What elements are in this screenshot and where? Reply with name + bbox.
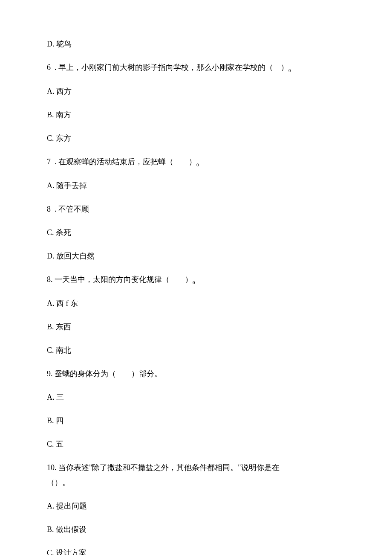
- line-text: （）。: [47, 478, 70, 487]
- subscript-text: 0: [288, 68, 291, 73]
- line-text: A. 西 f 东: [47, 299, 78, 308]
- text-line: A. 三: [47, 392, 345, 403]
- text-line: （）。: [47, 477, 345, 488]
- text-line: 8. 一天当中，太阳的方向变化规律（ ）0: [47, 274, 345, 286]
- line-text: 6 . 早上，小刚家门前大树的影子指向学校，那么小刚家在学校的（ ）: [47, 63, 288, 72]
- text-line: C. 杀死: [47, 227, 345, 238]
- line-text: 10. 当你表述"除了撒盐和不撒盐之外，其他条件都相同。"说明你是在: [47, 463, 280, 472]
- text-line: 6 . 早上，小刚家门前大树的影子指向学校，那么小刚家在学校的（ ）0: [47, 62, 345, 74]
- text-line: D. 放回大自然: [47, 250, 345, 262]
- text-line: B. 四: [47, 415, 345, 427]
- subscript-text: 0: [193, 280, 195, 285]
- text-line: B. 东西: [47, 321, 345, 333]
- line-text: D. 鸵鸟: [47, 40, 72, 48]
- line-text: A. 随手丢掉: [47, 181, 87, 190]
- line-text: A. 提出问题: [47, 502, 87, 510]
- text-line: 7 . 在观察蝉的活动结束后，应把蝉（ ）0: [47, 156, 345, 168]
- text-line: C. 东方: [47, 133, 345, 144]
- text-line: 8 . 不管不顾: [47, 203, 345, 215]
- line-text: 8 . 不管不顾: [47, 205, 89, 213]
- text-line: B. 做出假设: [47, 524, 345, 535]
- text-line: C. 南北: [47, 345, 345, 356]
- text-line: 10. 当你表述"除了撒盐和不撒盐之外，其他条件都相同。"说明你是在: [47, 462, 345, 474]
- text-line: A. 西方: [47, 86, 345, 97]
- line-text: B. 四: [47, 416, 63, 425]
- text-line: C. 五: [47, 439, 345, 450]
- line-text: B. 东西: [47, 323, 71, 331]
- line-text: B. 做出假设: [47, 525, 86, 534]
- line-text: C. 五: [47, 440, 63, 448]
- line-text: A. 西方: [47, 87, 72, 96]
- line-text: 8. 一天当中，太阳的方向变化规律（ ）: [47, 275, 193, 284]
- text-line: D. 鸵鸟: [47, 38, 345, 50]
- line-text: C. 南北: [47, 346, 71, 355]
- line-text: B. 南方: [47, 110, 71, 119]
- text-line: C. 设计方案: [47, 547, 345, 555]
- text-line: B. 南方: [47, 109, 345, 121]
- subscript-text: 0: [196, 162, 199, 167]
- text-line: A. 提出问题: [47, 500, 345, 512]
- line-text: C. 设计方案: [47, 549, 86, 555]
- line-text: D. 放回大自然: [47, 252, 95, 260]
- line-text: A. 三: [47, 393, 64, 401]
- text-line: A. 西 f 东: [47, 298, 345, 309]
- text-line: A. 随手丢掉: [47, 180, 345, 192]
- line-text: C. 杀死: [47, 228, 71, 237]
- line-text: 7 . 在观察蝉的活动结束后，应把蝉（ ）: [47, 157, 196, 166]
- text-line: 9. 蚕蛾的身体分为（ ）部分。: [47, 368, 345, 380]
- line-text: C. 东方: [47, 134, 71, 142]
- line-text: 9. 蚕蛾的身体分为（ ）部分。: [47, 369, 162, 378]
